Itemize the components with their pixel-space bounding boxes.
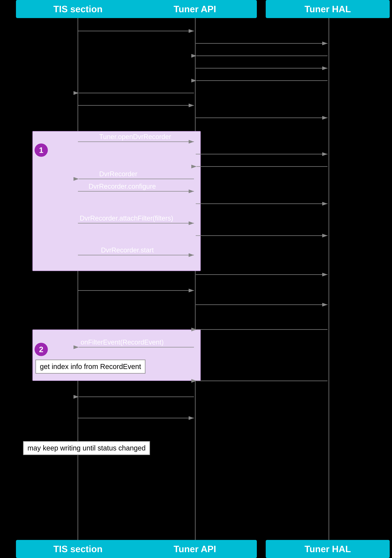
- tis-header-label: TIS section: [53, 4, 102, 14]
- tis-header: TIS section: [16, 0, 140, 18]
- tis-lifeline: [78, 18, 78, 540]
- tunerhal-footer-label: Tuner HAL: [305, 544, 351, 554]
- tunerapi-header-label: Tuner API: [174, 4, 216, 14]
- tunerhal-lifeline: [328, 18, 329, 540]
- note-get-index-label: get index info from RecordEvent: [40, 363, 141, 370]
- tis-footer-label: TIS section: [53, 544, 102, 554]
- note-get-index: get index info from RecordEvent: [35, 360, 145, 374]
- tunerapi-lifeline: [195, 18, 196, 540]
- step-badge-1-label: 1: [39, 146, 43, 155]
- tunerhal-footer: Tuner HAL: [266, 540, 390, 558]
- tis-footer: TIS section: [16, 540, 140, 558]
- tunerhal-header: Tuner HAL: [266, 0, 390, 18]
- tunerhal-header-label: Tuner HAL: [305, 4, 351, 14]
- step-badge-2: 2: [35, 343, 48, 356]
- diagram-arrows: Tuner.openDvrRecorder DvrRecorder DvrRec…: [0, 0, 392, 558]
- note-keep-writing-label: may keep writing until status changed: [27, 444, 146, 452]
- step-badge-2-label: 2: [39, 345, 43, 354]
- tunerapi-header: Tuner API: [133, 0, 257, 18]
- tunerapi-footer: Tuner API: [133, 540, 257, 558]
- activation-box-1: [32, 131, 201, 271]
- step-badge-1: 1: [35, 143, 48, 157]
- tunerapi-footer-label: Tuner API: [174, 544, 216, 554]
- note-keep-writing: may keep writing until status changed: [23, 441, 150, 455]
